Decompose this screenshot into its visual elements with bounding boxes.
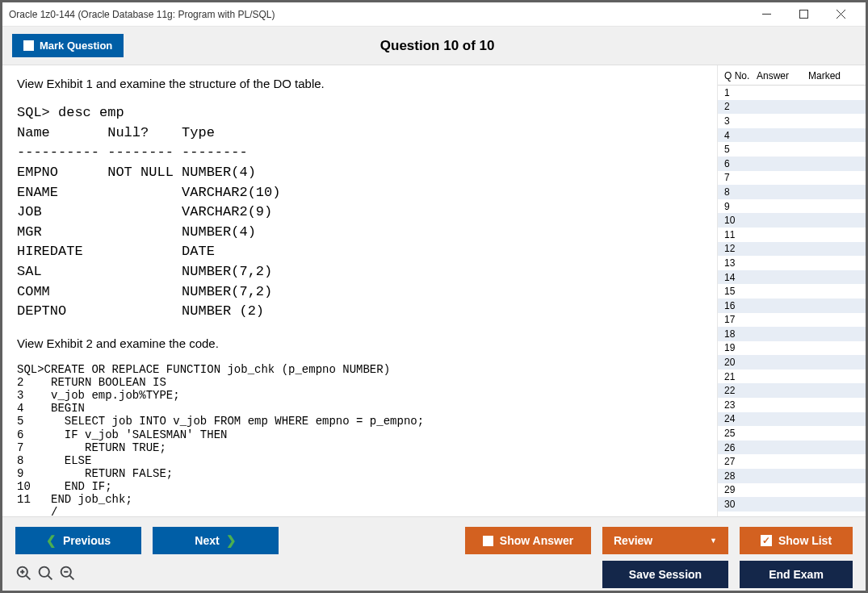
svg-line-5 — [27, 576, 31, 580]
minimize-button[interactable] — [748, 2, 785, 27]
next-button[interactable]: Next ❯ — [153, 527, 279, 554]
list-item[interactable]: 28 — [718, 469, 866, 483]
show-list-button[interactable]: ✓ Show List — [740, 527, 853, 554]
zoom-reset-icon[interactable] — [37, 565, 54, 584]
instruction-2: View Exhibit 2 and examine the code. — [17, 336, 702, 350]
zoom-controls — [15, 565, 76, 584]
window-titlebar: Oracle 1z0-144 (Oracle Database 11g: Pro… — [2, 2, 866, 27]
instruction-1: View Exhibit 1 and examine the structure… — [17, 77, 702, 90]
list-item[interactable]: 22 — [718, 383, 866, 398]
save-session-label: Save Session — [629, 568, 702, 581]
list-item[interactable]: 11 — [718, 228, 866, 242]
review-label: Review — [614, 534, 652, 547]
list-item[interactable]: 6 — [718, 157, 866, 171]
show-list-label: Show List — [778, 534, 832, 547]
end-exam-label: End Exam — [769, 568, 824, 581]
maximize-button[interactable] — [785, 2, 822, 27]
list-item[interactable]: 23 — [718, 398, 866, 412]
list-item[interactable]: 20 — [718, 355, 866, 370]
svg-point-8 — [40, 567, 49, 577]
list-item[interactable]: 17 — [718, 313, 866, 328]
toolbar: Mark Question Question 10 of 10 — [2, 27, 866, 65]
header-marked: Marked — [808, 70, 841, 81]
list-item[interactable]: 8 — [718, 185, 866, 199]
exhibit-1-code: SQL> desc emp Name Null? Type ----------… — [17, 103, 702, 322]
list-item[interactable]: 14 — [718, 270, 866, 285]
list-item[interactable]: 1 — [718, 86, 866, 100]
svg-line-9 — [48, 576, 52, 580]
list-item[interactable]: 30 — [718, 497, 866, 512]
chevron-left-icon: ❮ — [46, 533, 57, 548]
main-area: View Exhibit 1 and examine the structure… — [2, 65, 866, 516]
show-answer-label: Show Answer — [500, 534, 573, 547]
question-content[interactable]: View Exhibit 1 and examine the structure… — [2, 65, 717, 516]
save-session-button[interactable]: Save Session — [602, 561, 728, 588]
list-item[interactable]: 5 — [718, 142, 866, 157]
header-qno: Q No. — [724, 70, 757, 81]
triangle-down-icon: ▼ — [710, 537, 717, 545]
svg-line-11 — [70, 576, 74, 580]
list-item[interactable]: 12 — [718, 242, 866, 257]
list-item[interactable]: 25 — [718, 426, 866, 441]
zoom-out-icon[interactable] — [59, 565, 76, 584]
window-title: Oracle 1z0-144 (Oracle Database 11g: Pro… — [9, 9, 275, 20]
checkbox-icon — [483, 536, 493, 546]
close-button[interactable] — [822, 2, 859, 27]
question-list-header: Q No. Answer Marked — [718, 65, 866, 86]
list-item[interactable]: 10 — [718, 213, 866, 228]
show-answer-button[interactable]: Show Answer — [465, 527, 591, 554]
list-item[interactable]: 7 — [718, 171, 866, 186]
exhibit-2-code: SQL>CREATE OR REPLACE FUNCTION job_chk (… — [17, 363, 702, 516]
list-item[interactable]: 27 — [718, 454, 866, 469]
previous-button[interactable]: ❮ Previous — [15, 527, 141, 554]
list-item[interactable]: 3 — [718, 114, 866, 128]
next-label: Next — [195, 534, 219, 547]
list-item[interactable]: 18 — [718, 327, 866, 341]
list-item[interactable]: 2 — [718, 100, 866, 115]
list-item[interactable]: 15 — [718, 284, 866, 299]
list-item[interactable]: 19 — [718, 341, 866, 356]
header-answer: Answer — [757, 70, 808, 81]
previous-label: Previous — [63, 534, 111, 547]
end-exam-button[interactable]: End Exam — [740, 561, 853, 588]
review-button[interactable]: Review ▼ — [602, 527, 728, 554]
list-item[interactable]: 9 — [718, 199, 866, 214]
list-item[interactable]: 13 — [718, 256, 866, 270]
list-item[interactable]: 21 — [718, 370, 866, 384]
question-counter: Question 10 of 10 — [19, 38, 856, 54]
list-item[interactable]: 26 — [718, 441, 866, 455]
question-list-rows[interactable]: 1234567891011121314151617181920212223242… — [718, 86, 866, 516]
question-list-panel: Q No. Answer Marked 12345678910111213141… — [717, 65, 866, 516]
chevron-right-icon: ❯ — [226, 533, 237, 548]
list-item[interactable]: 24 — [718, 412, 866, 427]
list-item[interactable]: 4 — [718, 128, 866, 143]
list-item[interactable]: 16 — [718, 299, 866, 313]
window-controls — [748, 2, 859, 27]
footer: ❮ Previous Next ❯ Show Answer Review ▼ ✓… — [2, 516, 866, 591]
svg-rect-1 — [799, 10, 807, 19]
list-item[interactable]: 29 — [718, 483, 866, 498]
zoom-in-icon[interactable] — [15, 565, 32, 584]
checked-icon: ✓ — [761, 535, 772, 546]
